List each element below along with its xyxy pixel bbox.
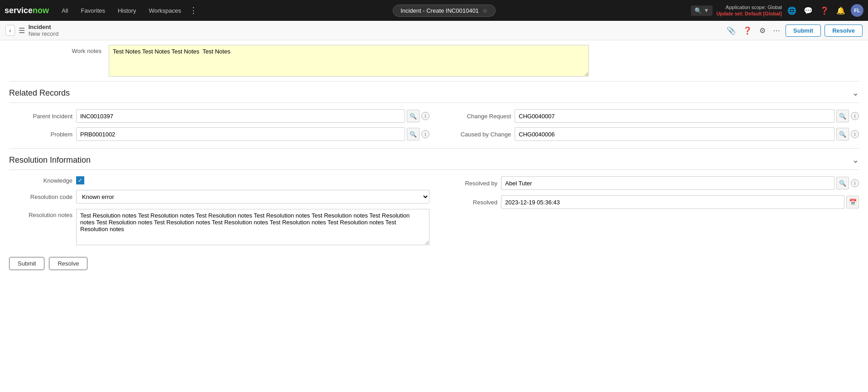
app-scope: Application scope: Global Update set: De… [716, 4, 782, 17]
change-request-row: Change Request 🔍 i [439, 109, 859, 123]
star-icon[interactable]: ☆ [482, 7, 488, 14]
caused-by-change-row: Caused by Change 🔍 i [439, 127, 859, 141]
logo-text: servicenow [5, 6, 49, 15]
knowledge-checkbox[interactable] [76, 176, 84, 184]
related-records-header: Related Records ⌄ [9, 82, 859, 103]
change-request-input-group: 🔍 i [515, 109, 859, 123]
main-content: Work notes Test Notes Test Notes Test No… [0, 40, 868, 286]
nav-workspaces[interactable]: Workspaces [144, 7, 185, 14]
hamburger-icon[interactable]: ☰ [19, 26, 25, 35]
submit-button-top[interactable]: Submit [786, 24, 821, 37]
search-chevron-icon[interactable]: ▼ [704, 7, 709, 14]
related-records-chevron-icon[interactable]: ⌄ [852, 88, 859, 98]
record-subtitle: New record [29, 30, 58, 37]
resolved-row: Resolved 📅 [439, 195, 859, 209]
resolve-button-bottom[interactable]: Resolve [49, 257, 87, 270]
resolve-button-top[interactable]: Resolve [825, 24, 863, 37]
resolved-calendar-icon[interactable]: 📅 [846, 196, 859, 208]
nav-history[interactable]: History [113, 7, 140, 14]
resolution-information-form: Knowledge Resolution code Known error So… [9, 176, 859, 250]
resolved-input-group: 📅 [501, 195, 859, 209]
resolution-code-select[interactable]: Known error Solved (Work Around) Solved … [76, 190, 429, 203]
parent-incident-search-icon[interactable]: 🔍 [407, 110, 420, 122]
resolved-by-input-group: 🔍 i [501, 176, 859, 190]
caused-by-change-label: Caused by Change [439, 131, 511, 138]
resolution-notes-textarea[interactable]: Test Resolution notes Test Resolution no… [76, 209, 429, 245]
resolved-by-search-icon[interactable]: 🔍 [836, 177, 849, 189]
problem-input[interactable] [76, 127, 405, 141]
resolved-by-info-icon[interactable]: i [851, 179, 859, 187]
help-icon[interactable]: ❓ [818, 5, 831, 16]
nav-more-icon[interactable]: ⋮ [189, 5, 198, 15]
related-records-left: Parent Incident 🔍 i Problem 🔍 i [9, 109, 429, 141]
problem-row: Problem 🔍 i [9, 127, 429, 141]
nav-all[interactable]: All [57, 7, 72, 14]
caused-by-change-input-group: 🔍 i [515, 127, 859, 141]
sub-header-right: 📎 ❓ ⚙ ⋯ Submit Resolve [725, 24, 863, 37]
change-request-search-icon[interactable]: 🔍 [836, 110, 849, 122]
change-request-input[interactable] [515, 109, 834, 123]
avatar[interactable]: FL [851, 4, 863, 17]
record-type: Incident [29, 24, 58, 30]
bottom-actions: Submit Resolve [9, 250, 859, 277]
resolution-information-chevron-icon[interactable]: ⌄ [852, 155, 859, 165]
search-bar[interactable]: 🔍 ▼ [691, 5, 713, 16]
resolution-code-row: Resolution code Known error Solved (Work… [9, 190, 429, 203]
work-notes-textarea[interactable]: Test Notes Test Notes Test Notes Test No… [109, 45, 589, 77]
problem-input-group: 🔍 i [76, 127, 429, 141]
top-navigation: servicenow All Favorites History Workspa… [0, 0, 868, 21]
problem-label: Problem [9, 131, 72, 138]
parent-incident-input[interactable] [76, 109, 405, 123]
resolution-information-title: Resolution Information [9, 155, 91, 165]
search-icon: 🔍 [694, 7, 702, 14]
caused-by-change-search-icon[interactable]: 🔍 [836, 128, 849, 140]
globe-icon[interactable]: 🌐 [786, 5, 798, 16]
problem-info-icon[interactable]: i [421, 130, 429, 138]
resolution-notes-row: Resolution notes Test Resolution notes T… [9, 209, 429, 245]
related-records-section: Related Records ⌄ Parent Incident 🔍 i Pr… [9, 82, 859, 145]
related-records-form: Parent Incident 🔍 i Problem 🔍 i [9, 109, 859, 145]
incident-pill-container: Incident - Create INC0010401 ☆ [201, 5, 688, 17]
resolved-input[interactable] [501, 195, 844, 209]
chat-icon[interactable]: 💬 [802, 5, 815, 16]
caused-by-change-input[interactable] [515, 127, 834, 141]
change-request-info-icon[interactable]: i [851, 112, 859, 120]
related-records-right: Change Request 🔍 i Caused by Change 🔍 i [439, 109, 859, 141]
related-records-title: Related Records [9, 88, 70, 98]
change-request-label: Change Request [439, 113, 511, 120]
caused-by-change-info-icon[interactable]: i [851, 130, 859, 138]
incident-pill[interactable]: Incident - Create INC0010401 ☆ [393, 5, 496, 17]
resolution-right: Resolved by 🔍 i Resolved 📅 [439, 176, 859, 245]
more-options-icon[interactable]: ⋯ [771, 25, 782, 36]
parent-incident-info-icon[interactable]: i [421, 112, 429, 120]
resolution-information-header: Resolution Information ⌄ [9, 149, 859, 170]
bell-icon[interactable]: 🔔 [834, 5, 847, 16]
attachment-icon[interactable]: 📎 [725, 25, 738, 36]
work-notes-row: Work notes Test Notes Test Notes Test No… [9, 40, 859, 82]
parent-incident-label: Parent Incident [9, 113, 72, 120]
logo[interactable]: servicenow [5, 6, 49, 15]
parent-incident-row: Parent Incident 🔍 i [9, 109, 429, 123]
help-circle-icon[interactable]: ❓ [741, 25, 754, 36]
resolution-left: Knowledge Resolution code Known error So… [9, 176, 429, 245]
resolution-code-label: Resolution code [9, 194, 72, 200]
resolved-by-input[interactable] [501, 176, 834, 190]
sub-header: ‹ ☰ Incident New record 📎 ❓ ⚙ ⋯ Submit R… [0, 21, 868, 40]
submit-button-bottom[interactable]: Submit [9, 257, 44, 270]
resolution-notes-label: Resolution notes [9, 209, 72, 218]
work-notes-label: Work notes [9, 45, 109, 54]
resolution-information-section: Resolution Information ⌄ Knowledge Resol… [9, 148, 859, 250]
knowledge-row: Knowledge [9, 176, 429, 184]
back-button[interactable]: ‹ [5, 25, 15, 36]
incident-pill-text: Incident - Create INC0010401 [400, 7, 479, 14]
nav-favorites[interactable]: Favorites [77, 7, 110, 14]
resolved-by-row: Resolved by 🔍 i [439, 176, 859, 190]
settings-icon[interactable]: ⚙ [757, 25, 767, 36]
sub-header-left: ‹ ☰ Incident New record [5, 24, 58, 37]
nav-right: 🔍 ▼ Application scope: Global Update set… [691, 4, 863, 17]
record-title: Incident New record [29, 24, 58, 37]
resolved-by-label: Resolved by [439, 180, 497, 187]
parent-incident-input-group: 🔍 i [76, 109, 429, 123]
problem-search-icon[interactable]: 🔍 [407, 128, 420, 140]
resolved-label: Resolved [439, 199, 497, 206]
